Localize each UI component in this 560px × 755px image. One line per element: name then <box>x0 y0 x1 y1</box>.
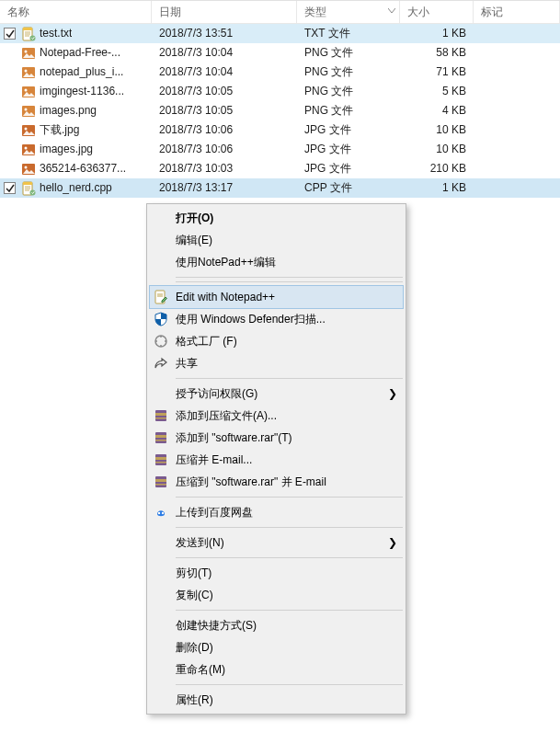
svg-point-17 <box>25 146 28 149</box>
baidu-icon <box>152 503 170 521</box>
menu-item[interactable]: 授予访问权限(G)❯ <box>148 383 405 405</box>
svg-point-11 <box>25 88 28 91</box>
column-header-tags[interactable]: 标记 <box>474 1 560 23</box>
file-date: 2018/7/3 13:51 <box>152 24 297 43</box>
file-row[interactable]: hello_nerd.cpp2018/7/3 13:17CPP 文件1 KB <box>0 178 560 198</box>
menu-item[interactable]: 添加到压缩文件(A)... <box>148 405 405 427</box>
file-name: imgingest-1136... <box>40 82 124 101</box>
menu-separator <box>176 497 403 498</box>
file-row[interactable]: notepad_plus_i...2018/7/3 10:04PNG 文件71 … <box>0 63 560 82</box>
context-menu: 打开(O)编辑(E)使用NotePad++编辑Edit with Notepad… <box>146 203 406 715</box>
svg-point-19 <box>25 166 28 168</box>
checkbox[interactable] <box>4 143 16 155</box>
menu-icon-none <box>152 691 170 709</box>
menu-item-label: 删除(D) <box>176 640 384 656</box>
menu-item[interactable]: Edit with Notepad++ <box>149 285 404 309</box>
menu-item[interactable]: 创建快捷方式(S) <box>148 614 405 636</box>
file-size: 71 KB <box>400 63 474 82</box>
file-date: 2018/7/3 13:17 <box>152 178 297 198</box>
file-tags <box>474 101 560 120</box>
format-icon <box>152 332 170 350</box>
file-type: CPP 文件 <box>297 178 400 198</box>
file-name: Notepad-Free-... <box>40 43 120 63</box>
menu-separator <box>176 527 403 528</box>
checkbox[interactable] <box>4 86 16 97</box>
file-row[interactable]: Notepad-Free-...2018/7/3 10:04PNG 文件58 K… <box>0 43 560 63</box>
menu-item[interactable]: 共享 <box>148 352 405 374</box>
menu-item[interactable]: 添加到 "software.rar"(T) <box>148 427 405 449</box>
svg-rect-35 <box>155 440 166 441</box>
file-tags <box>474 140 560 159</box>
menu-item-label: 创建快捷方式(S) <box>176 618 384 634</box>
column-header-date[interactable]: 日期 <box>152 1 297 23</box>
file-row[interactable]: images.png2018/7/3 10:05PNG 文件4 KB <box>0 101 560 120</box>
svg-rect-32 <box>155 418 166 419</box>
file-row[interactable]: imgingest-1136...2018/7/3 10:05PNG 文件5 K… <box>0 82 560 101</box>
checkbox[interactable] <box>4 66 16 78</box>
file-row[interactable]: 下载.jpg2018/7/3 10:06JPG 文件10 KB <box>0 120 560 140</box>
svg-point-9 <box>25 69 28 72</box>
file-date: 2018/7/3 10:05 <box>152 101 297 120</box>
menu-item-label: 格式工厂 (F) <box>176 334 384 349</box>
menu-item[interactable]: 打开(O) <box>148 207 405 229</box>
file-date: 2018/7/3 10:04 <box>152 63 297 82</box>
file-icon <box>21 104 36 119</box>
svg-point-25 <box>30 189 36 195</box>
file-name: test.txt <box>40 24 72 43</box>
menu-item[interactable]: 压缩到 "software.rar" 并 E-mail <box>148 471 405 493</box>
menu-item[interactable]: 上传到百度网盘 <box>148 501 405 523</box>
file-tags <box>474 63 560 82</box>
rar-icon <box>152 451 170 469</box>
menu-item[interactable]: 复制(C) <box>148 584 405 606</box>
menu-item[interactable]: 使用NotePad++编辑 <box>148 251 405 273</box>
file-row[interactable]: images.jpg2018/7/3 10:06JPG 文件10 KB <box>0 140 560 159</box>
checkbox[interactable] <box>4 163 16 175</box>
menu-icon-none <box>152 564 170 582</box>
menu-item[interactable]: 剪切(T) <box>148 562 405 584</box>
menu-item-label: 编辑(E) <box>176 233 384 248</box>
file-type: PNG 文件 <box>297 101 400 120</box>
share-icon <box>152 354 170 372</box>
menu-item-label: 上传到百度网盘 <box>176 505 384 520</box>
menu-item-label: 属性(R) <box>176 692 384 708</box>
menu-item[interactable]: 删除(D) <box>148 636 405 658</box>
file-list: 名称 日期 类型 大小 标记 test.txt2018/7/3 13:51TXT… <box>0 0 560 198</box>
npp-icon <box>152 288 170 306</box>
checkbox[interactable] <box>4 47 16 59</box>
menu-item-label: 发送到(N) <box>176 535 384 551</box>
menu-item[interactable]: 压缩并 E-mail... <box>148 449 405 471</box>
svg-rect-31 <box>155 413 166 416</box>
column-header-name[interactable]: 名称 <box>0 1 152 23</box>
chevron-down-icon <box>388 8 395 14</box>
menu-item-label: Edit with Notepad++ <box>176 291 384 303</box>
menu-item[interactable]: 属性(R) <box>148 689 405 711</box>
menu-separator <box>176 684 403 685</box>
menu-item[interactable]: 重命名(M) <box>148 658 405 681</box>
file-row[interactable]: test.txt2018/7/3 13:51TXT 文件1 KB <box>0 24 560 43</box>
column-header-type[interactable]: 类型 <box>297 1 400 23</box>
menu-item[interactable]: 格式工厂 (F) <box>148 330 405 352</box>
file-size: 58 KB <box>400 43 474 63</box>
menu-item-label: 压缩到 "software.rar" 并 E-mail <box>176 475 384 490</box>
file-type: PNG 文件 <box>297 82 400 101</box>
column-header-size[interactable]: 大小 <box>400 1 474 23</box>
svg-rect-40 <box>155 479 166 482</box>
checkbox[interactable] <box>4 28 16 40</box>
menu-separator <box>176 277 403 278</box>
file-size: 4 KB <box>400 101 474 120</box>
menu-item[interactable]: 编辑(E) <box>148 229 405 251</box>
svg-rect-34 <box>155 435 166 438</box>
menu-item[interactable]: 使用 Windows Defender扫描... <box>148 308 405 330</box>
file-tags <box>474 120 560 140</box>
menu-icon-none <box>152 638 170 657</box>
menu-item-label: 添加到压缩文件(A)... <box>176 408 384 424</box>
file-row[interactable]: 365214-636377...2018/7/3 10:03JPG 文件210 … <box>0 159 560 178</box>
rar-icon <box>152 473 170 491</box>
file-icon <box>21 27 36 41</box>
checkbox[interactable] <box>4 182 16 194</box>
checkbox[interactable] <box>4 105 16 117</box>
menu-item[interactable]: 发送到(N)❯ <box>148 532 405 554</box>
menu-icon-none <box>152 209 170 227</box>
checkbox[interactable] <box>4 124 16 136</box>
file-tags <box>474 43 560 63</box>
